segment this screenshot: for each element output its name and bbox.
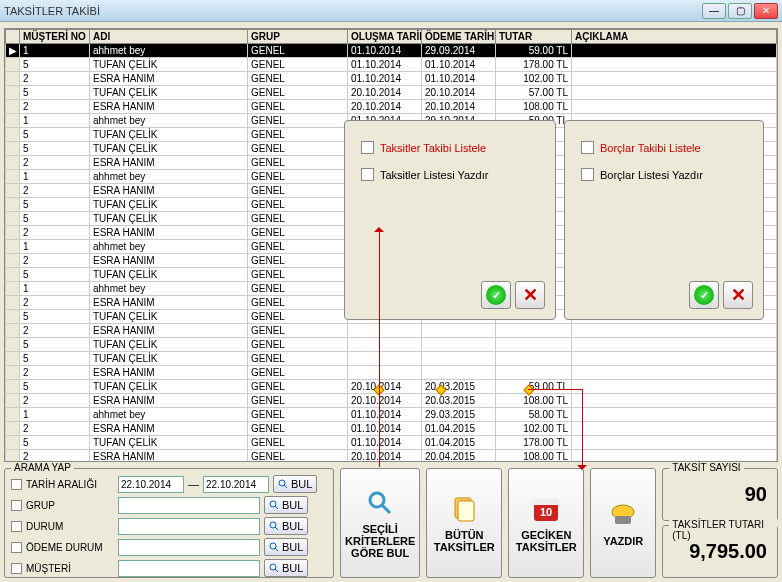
durum-label: DURUM: [26, 521, 114, 532]
option-borc-listele[interactable]: Borçlar Takibi Listele: [581, 141, 747, 154]
window-title: TAKSİTLER TAKİBİ: [4, 5, 702, 17]
musteri-label: MÜŞTERİ: [26, 563, 114, 574]
svg-line-11: [382, 505, 390, 513]
col-header[interactable]: ÖDEME TARİHİ: [422, 30, 496, 44]
bul-grup-button[interactable]: BUL: [264, 496, 308, 514]
annotation-arrow-icon: [577, 465, 587, 475]
table-row[interactable]: 5TUFAN ÇELİKGENEL: [6, 352, 777, 366]
search-panel-title: ARAMA YAP: [11, 462, 74, 473]
date-from-input[interactable]: [118, 476, 184, 493]
grup-label: GRUP: [26, 500, 114, 511]
svg-line-7: [275, 548, 278, 551]
search-panel: ARAMA YAP TARİH ARALIĞI — BUL GRUP BUL D…: [4, 468, 334, 578]
svg-point-10: [370, 493, 384, 507]
search-icon: [364, 487, 396, 519]
ok-button[interactable]: ✓: [689, 281, 719, 309]
annotation-line: [528, 389, 582, 390]
annotation-line: [582, 389, 583, 467]
titlebar: TAKSİTLER TAKİBİ — ▢ ✕: [0, 0, 782, 22]
search-icon: [278, 479, 288, 489]
svg-line-5: [275, 527, 278, 530]
check-icon: ✓: [694, 285, 714, 305]
table-row[interactable]: ▶1ahhmet beyGENEL01.10.201429.09.201459.…: [6, 44, 777, 58]
secili-kriter-button[interactable]: SEÇİLİ KRİTERLERE GÖRE BUL: [340, 468, 420, 578]
total-value: 9,795.00: [689, 540, 767, 563]
bul-date-button[interactable]: BUL: [273, 475, 317, 493]
bul-durum-button[interactable]: BUL: [264, 517, 308, 535]
checkbox-icon[interactable]: [581, 168, 594, 181]
option-borc-yazdir[interactable]: Borçlar Listesi Yazdır: [581, 168, 747, 181]
bul-musteri-button[interactable]: BUL: [264, 559, 308, 577]
x-icon: ✕: [523, 284, 538, 306]
search-icon: [269, 542, 279, 552]
checkbox-date[interactable]: [11, 479, 22, 490]
table-row[interactable]: 5TUFAN ÇELİKGENEL20.10.201420.10.201457.…: [6, 86, 777, 100]
count-label: TAKSİT SAYISI: [669, 462, 743, 473]
yazdir-button[interactable]: YAZDIR: [590, 468, 656, 578]
checkbox-musteri[interactable]: [11, 563, 22, 574]
checkbox-odeme[interactable]: [11, 542, 22, 553]
print-borc-dialog: Borçlar Takibi Listele Borçlar Listesi Y…: [564, 120, 764, 320]
option-taksit-yazdir[interactable]: Taksitler Listesi Yazdır: [361, 168, 539, 181]
table-row[interactable]: 5TUFAN ÇELİKGENEL01.10.201401.04.2015178…: [6, 436, 777, 450]
col-header[interactable]: OLUŞMA TARİHİ: [348, 30, 422, 44]
maximize-button[interactable]: ▢: [728, 3, 752, 19]
date-range-label: TARİH ARALIĞI: [26, 479, 114, 490]
col-header[interactable]: MÜŞTERİ NO: [20, 30, 90, 44]
col-header[interactable]: TUTAR: [496, 30, 572, 44]
annotation-line: [379, 229, 380, 467]
durum-combo[interactable]: [118, 518, 260, 535]
search-icon: [269, 521, 279, 531]
option-taksit-listele[interactable]: Taksitler Takibi Listele: [361, 141, 539, 154]
date-to-input[interactable]: [203, 476, 269, 493]
cancel-button[interactable]: ✕: [515, 281, 545, 309]
taksit-tutari-box: TAKSİTLER TUTARI (TL) 9,795.00: [662, 525, 778, 578]
col-header[interactable]: ADI: [90, 30, 248, 44]
table-row[interactable]: 5TUFAN ÇELİKGENEL: [6, 338, 777, 352]
svg-line-3: [275, 506, 278, 509]
close-button[interactable]: ✕: [754, 3, 778, 19]
print-taksit-dialog: Taksitler Takibi Listele Taksitler Liste…: [344, 120, 556, 320]
col-header[interactable]: AÇIKLAMA: [572, 30, 777, 44]
ok-button[interactable]: ✓: [481, 281, 511, 309]
svg-line-1: [284, 485, 287, 488]
table-row[interactable]: 5TUFAN ÇELİKGENEL01.10.201401.10.2014178…: [6, 58, 777, 72]
annotation-arrow-icon: [374, 222, 384, 232]
bul-odeme-button[interactable]: BUL: [264, 538, 308, 556]
total-label: TAKSİTLER TUTARI (TL): [669, 519, 777, 541]
svg-rect-13: [458, 501, 474, 521]
odeme-label: ÖDEME DURUM: [26, 542, 114, 553]
taksit-sayisi-box: TAKSİT SAYISI 90: [662, 468, 778, 521]
svg-text:10: 10: [540, 506, 552, 518]
table-row[interactable]: 2ESRA HANIMGENEL20.10.201420.10.2014108.…: [6, 100, 777, 114]
odeme-combo[interactable]: [118, 539, 260, 556]
table-row[interactable]: 2ESRA HANIMGENEL: [6, 324, 777, 338]
butun-taksitler-button[interactable]: BÜTÜN TAKSİTLER: [426, 468, 502, 578]
documents-icon: [448, 493, 480, 525]
svg-rect-18: [615, 516, 631, 524]
table-row[interactable]: 2ESRA HANIMGENEL01.10.201401.10.2014102.…: [6, 72, 777, 86]
table-row[interactable]: 2ESRA HANIMGENEL01.10.201401.04.2015102.…: [6, 422, 777, 436]
table-row[interactable]: 1ahhmet beyGENEL01.10.201429.03.201558.0…: [6, 408, 777, 422]
musteri-input[interactable]: [118, 560, 260, 577]
geciken-taksitler-button[interactable]: 10 GECİKEN TAKSİTLER: [508, 468, 584, 578]
check-icon: ✓: [486, 285, 506, 305]
minimize-button[interactable]: —: [702, 3, 726, 19]
table-row[interactable]: 5TUFAN ÇELİKGENEL20.10.201420.03.201559.…: [6, 380, 777, 394]
table-row[interactable]: 2ESRA HANIMGENEL20.10.201420.04.2015108.…: [6, 450, 777, 463]
table-row[interactable]: 2ESRA HANIMGENEL20.10.201420.03.2015108.…: [6, 394, 777, 408]
checkbox-icon[interactable]: [361, 141, 374, 154]
checkbox-durum[interactable]: [11, 521, 22, 532]
checkbox-icon[interactable]: [361, 168, 374, 181]
col-header[interactable]: GRUP: [248, 30, 348, 44]
cancel-button[interactable]: ✕: [723, 281, 753, 309]
checkbox-icon[interactable]: [581, 141, 594, 154]
table-row[interactable]: 2ESRA HANIMGENEL: [6, 366, 777, 380]
grup-combo[interactable]: [118, 497, 260, 514]
search-icon: [269, 500, 279, 510]
svg-rect-15: [534, 499, 558, 505]
count-value: 90: [745, 483, 767, 506]
checkbox-grup[interactable]: [11, 500, 22, 511]
printer-icon: [607, 499, 639, 531]
calendar-icon: 10: [530, 493, 562, 525]
